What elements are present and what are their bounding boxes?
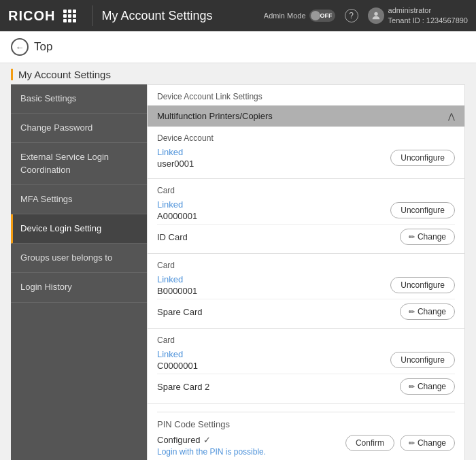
card2-unconfigure-button[interactable]: Unconfigure bbox=[390, 277, 455, 293]
pin-change-label: Change bbox=[418, 438, 446, 448]
top-label: Top bbox=[34, 40, 52, 54]
card3-title: Card bbox=[157, 335, 455, 345]
device-account-value: user0001 bbox=[157, 159, 194, 169]
admin-mode-toggle[interactable]: OFF bbox=[309, 10, 335, 22]
accordion-header[interactable]: Multifunction Printers/Copiers ⋀ bbox=[148, 105, 464, 127]
device-account-linked: Linked bbox=[157, 147, 194, 157]
sidebar-item-mfa-settings[interactable]: MFA Settings bbox=[11, 185, 147, 214]
pin-section: PIN Code Settings Configured ✓ Login wit… bbox=[148, 404, 464, 460]
pencil-icon: ✏ bbox=[409, 233, 415, 242]
pin-confirm-button[interactable]: Confirm bbox=[345, 435, 394, 451]
back-button[interactable]: ← bbox=[11, 38, 29, 56]
card3-change-label: Change bbox=[418, 382, 446, 391]
card3-unconfigure-button[interactable]: Unconfigure bbox=[390, 352, 455, 368]
logo: RICOH bbox=[8, 8, 55, 24]
card1-linked: Linked bbox=[157, 199, 197, 210]
card1-change-label: Change bbox=[418, 232, 446, 242]
device-account-section: Device Account Linked user0001 Unconfigu… bbox=[148, 127, 464, 179]
page-title: My Account Settings bbox=[11, 69, 465, 80]
device-account-title: Device Account bbox=[157, 133, 455, 143]
pin-configured: Configured ✓ bbox=[157, 435, 266, 445]
card1-change-button[interactable]: ✏ Change bbox=[400, 229, 455, 245]
card2-change-label: Change bbox=[418, 307, 446, 316]
pencil-icon-pin: ✏ bbox=[409, 439, 415, 448]
sidebar-item-device-login[interactable]: Device Login Setting bbox=[11, 214, 147, 244]
card1-subrow: ID Card ✏ Change bbox=[157, 224, 455, 246]
toggle-label: OFF bbox=[320, 12, 333, 19]
section-header: Device Account Link Settings bbox=[148, 85, 464, 105]
card3-linked: Linked bbox=[157, 349, 198, 359]
sidebar: Basic Settings Change Password External … bbox=[11, 84, 147, 460]
card2-row: Linked B0000001 Unconfigure bbox=[157, 274, 455, 296]
sidebar-item-external-service[interactable]: External Service Login Coordination bbox=[11, 143, 147, 184]
page-header-title: My Account Settings bbox=[101, 9, 263, 23]
tenant-id: Tenant ID : 1234567890 bbox=[388, 16, 468, 26]
card3-subrow: Spare Card 2 ✏ Change bbox=[157, 374, 455, 396]
check-icon: ✓ bbox=[203, 435, 211, 445]
sidebar-item-groups[interactable]: Groups user belongs to bbox=[11, 244, 147, 273]
card3-change-button[interactable]: ✏ Change bbox=[400, 378, 455, 395]
pencil-icon-2: ✏ bbox=[409, 308, 415, 316]
pin-row: Configured ✓ Login with the PIN is possi… bbox=[157, 435, 455, 457]
admin-mode-label: Admin Mode bbox=[264, 12, 306, 20]
pin-hint: Login with the PIN is possible. bbox=[157, 447, 266, 457]
pin-buttons: Confirm ✏ Change bbox=[345, 435, 455, 451]
toggle-circle bbox=[311, 11, 320, 20]
card3-subrow-label: Spare Card 2 bbox=[157, 382, 209, 392]
device-account-row: Linked user0001 Unconfigure bbox=[157, 147, 455, 169]
card1-subrow-label: ID Card bbox=[157, 232, 188, 242]
card2-title: Card bbox=[157, 261, 455, 270]
card2-linked: Linked bbox=[157, 274, 197, 284]
apps-icon[interactable] bbox=[63, 10, 76, 22]
header-divider bbox=[92, 5, 93, 26]
pencil-icon-3: ✏ bbox=[409, 382, 415, 391]
card2-subrow-label: Spare Card bbox=[157, 307, 202, 317]
card1-unconfigure-button[interactable]: Unconfigure bbox=[390, 202, 455, 218]
device-account-unconfigure-button[interactable]: Unconfigure bbox=[390, 150, 455, 166]
card3-value: C0000001 bbox=[157, 361, 198, 371]
card1-title: Card bbox=[157, 186, 455, 195]
pin-title: PIN Code Settings bbox=[157, 412, 455, 429]
pin-change-button[interactable]: ✏ Change bbox=[400, 435, 455, 451]
user-name: administrator bbox=[388, 5, 468, 16]
pin-configured-label: Configured bbox=[157, 435, 201, 445]
card1-section: Card Linked A0000001 Unconfigure ID Card… bbox=[148, 179, 464, 254]
admin-mode: Admin Mode OFF bbox=[264, 10, 335, 22]
user-avatar bbox=[368, 7, 384, 24]
card3-section: Card Linked C0000001 Unconfigure Spare C… bbox=[148, 329, 464, 404]
card2-subrow: Spare Card ✏ Change bbox=[157, 299, 455, 321]
help-icon[interactable]: ? bbox=[345, 9, 358, 22]
chevron-up-icon: ⋀ bbox=[448, 112, 455, 121]
sidebar-item-basic-settings[interactable]: Basic Settings bbox=[11, 84, 147, 114]
card2-section: Card Linked B0000001 Unconfigure Spare C… bbox=[148, 254, 464, 329]
card1-value: A0000001 bbox=[157, 211, 197, 221]
content-area: Device Account Link Settings Multifuncti… bbox=[147, 84, 465, 460]
svg-point-0 bbox=[374, 12, 377, 16]
accordion-title: Multifunction Printers/Copiers bbox=[157, 111, 273, 121]
top-bar: ← Top bbox=[0, 31, 476, 63]
card2-value: B0000001 bbox=[157, 286, 197, 296]
sidebar-item-login-history[interactable]: Login History bbox=[11, 273, 147, 302]
card3-row: Linked C0000001 Unconfigure bbox=[157, 349, 455, 371]
user-info: administrator Tenant ID : 1234567890 bbox=[368, 5, 468, 27]
card1-row: Linked A0000001 Unconfigure bbox=[157, 199, 455, 221]
page-title-bar: My Account Settings bbox=[0, 63, 476, 84]
card2-change-button[interactable]: ✏ Change bbox=[400, 303, 455, 320]
sidebar-item-change-password[interactable]: Change Password bbox=[11, 114, 147, 143]
